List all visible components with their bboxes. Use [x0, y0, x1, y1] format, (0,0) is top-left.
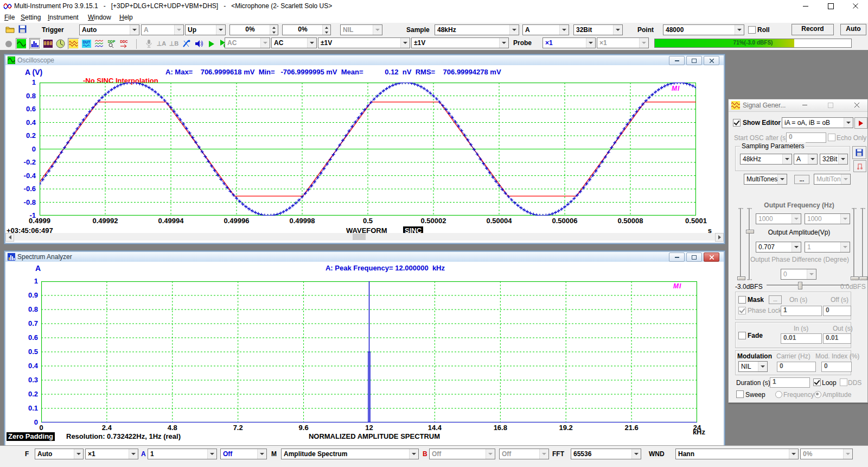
coupling-b-dropdown[interactable]: AC: [271, 37, 317, 48]
trigger-mode-dropdown[interactable]: Auto: [79, 24, 139, 35]
music-note-icon[interactable]: [853, 160, 866, 172]
device-test-plan-icon[interactable]: DUT: [81, 39, 92, 49]
probe-b-dropdown[interactable]: ×1: [597, 37, 649, 48]
fft-size-dropdown[interactable]: 65536: [571, 449, 641, 459]
restore-icon[interactable]: [686, 253, 702, 262]
save-file-icon[interactable]: [18, 25, 27, 35]
frequency-a-dropdown[interactable]: 1000: [756, 213, 801, 224]
oscilloscope-titlebar[interactable]: Oscilloscope: [5, 55, 724, 66]
spectrum-analyzer-icon[interactable]: [29, 38, 41, 49]
window-function-dropdown[interactable]: Hann: [675, 449, 799, 459]
frequency-axis-dropdown[interactable]: Auto: [35, 449, 84, 459]
dbfs-slider[interactable]: [767, 282, 849, 288]
duration-input[interactable]: 1: [770, 377, 810, 388]
minimize-icon[interactable]: [669, 253, 685, 262]
mod-index-input[interactable]: 0: [821, 362, 852, 372]
frequency-b-dropdown[interactable]: 1000: [805, 213, 850, 224]
range-a-dropdown[interactable]: ±1V: [318, 37, 410, 48]
frequency-slider-b[interactable]: [851, 208, 858, 280]
close-icon[interactable]: [704, 253, 719, 262]
close-icon[interactable]: [851, 100, 862, 110]
record-icon[interactable]: [3, 39, 14, 49]
a-scale-dropdown[interactable]: 1: [148, 449, 217, 459]
phase-lock-checkbox[interactable]: [738, 307, 746, 314]
close-icon[interactable]: [843, 0, 868, 12]
waveform-b-dropdown[interactable]: MultiTones: [814, 174, 851, 185]
amplitude-slider-b[interactable]: [859, 208, 866, 280]
ddc-icon[interactable]: DDC: [119, 39, 129, 49]
scroll-left-icon[interactable]: [5, 233, 14, 242]
signal-generator-icon[interactable]: [68, 38, 79, 49]
spectrum-titlebar[interactable]: Spectrum Analyzer: [5, 252, 724, 262]
a-mode-dropdown[interactable]: Off: [220, 449, 267, 459]
amplitude-a-dropdown[interactable]: 0.707: [756, 242, 801, 253]
auto-button[interactable]: Auto: [840, 24, 866, 35]
minimize-icon[interactable]: [799, 100, 810, 110]
multimeter-icon[interactable]: 888: [43, 39, 53, 49]
sweep-amplitude-radio[interactable]: [814, 391, 821, 398]
sampling-bits-dropdown[interactable]: 32Bit: [573, 24, 623, 35]
sound-device-icon[interactable]: [194, 39, 204, 49]
derived-data-curves-icon[interactable]: [94, 39, 104, 49]
range-b-dropdown[interactable]: ±1V: [411, 37, 509, 48]
trigger-delay-spinner[interactable]: 0%: [282, 24, 331, 35]
maximize-icon[interactable]: [818, 0, 843, 12]
b-scale-dropdown[interactable]: Off: [429, 449, 495, 459]
amplitude-slider-a[interactable]: [746, 208, 753, 280]
trigger-edge-dropdown[interactable]: Up: [185, 24, 226, 35]
menu-help[interactable]: Help: [119, 14, 133, 21]
amplitude-b-dropdown[interactable]: 1: [805, 242, 850, 253]
b-mode-dropdown[interactable]: Off: [499, 449, 549, 459]
restore-icon[interactable]: [686, 56, 702, 65]
ground-b-icon[interactable]: ⊥B: [169, 39, 179, 49]
record-points-dropdown[interactable]: 48000: [663, 24, 744, 35]
analysis-mode-dropdown[interactable]: Amplitude Spectrum: [281, 449, 419, 459]
run-icon[interactable]: [206, 39, 216, 49]
menu-instrument[interactable]: Instrument: [48, 14, 79, 21]
scroll-right-icon[interactable]: [715, 233, 724, 242]
spectrum-plot[interactable]: [41, 281, 697, 422]
start-osc-input[interactable]: 0: [786, 132, 826, 143]
trigger-rejection-dropdown[interactable]: NIL: [340, 24, 382, 35]
signal-generator-titlebar[interactable]: Signal Gener...: [729, 99, 867, 112]
routing-dropdown[interactable]: iA = oA, iB = oB: [782, 117, 853, 128]
sg-sampling-channel-dropdown[interactable]: A: [794, 154, 818, 165]
menu-window[interactable]: Window: [88, 14, 111, 21]
mask-off-input[interactable]: 0: [823, 306, 851, 316]
ddp-viewer-icon[interactable]: DDP: [106, 39, 117, 49]
frequency-multiplier-dropdown[interactable]: ×1: [85, 449, 138, 459]
microphone-icon[interactable]: [144, 39, 154, 49]
menu-setting[interactable]: Setting: [21, 14, 41, 21]
show-editor-checkbox[interactable]: [733, 119, 741, 127]
echo-only-checkbox[interactable]: [828, 134, 835, 141]
zero-padding-badge[interactable]: Zero Padding: [7, 432, 55, 441]
mask-browse-button[interactable]: ...: [769, 295, 782, 304]
close-icon[interactable]: [704, 56, 719, 65]
sampling-rate-dropdown[interactable]: 48kHz: [435, 24, 519, 35]
waveform-a-browse-button[interactable]: ...: [794, 175, 809, 184]
record-button[interactable]: Record: [792, 24, 834, 35]
sweep-frequency-radio[interactable]: [775, 391, 782, 398]
waveform-a-dropdown[interactable]: MultiTones: [744, 174, 787, 185]
carrier-input[interactable]: 0: [777, 362, 816, 372]
loop-checkbox[interactable]: [813, 378, 821, 386]
dds-checkbox[interactable]: [840, 378, 847, 386]
oscilloscope-plot[interactable]: [40, 83, 696, 216]
sg-sampling-rate-dropdown[interactable]: 48kHz: [740, 154, 792, 165]
probe-a-dropdown[interactable]: ×1: [542, 37, 596, 48]
mask-on-input[interactable]: 1: [781, 306, 822, 316]
trigger-source-dropdown[interactable]: A: [141, 24, 184, 35]
menu-file[interactable]: File: [4, 14, 15, 21]
frequency-slider-a[interactable]: [737, 208, 744, 280]
sweep-checkbox[interactable]: [736, 390, 744, 398]
sg-sampling-bits-dropdown[interactable]: 32Bit: [820, 154, 848, 165]
coupling-a-dropdown[interactable]: AC: [225, 37, 270, 48]
trigger-level-spinner[interactable]: 0%: [229, 24, 278, 35]
minimize-icon[interactable]: [669, 56, 685, 65]
overlap-dropdown[interactable]: 0%: [800, 449, 853, 459]
ground-a-icon[interactable]: ⊥A: [156, 39, 167, 49]
modulation-type-dropdown[interactable]: NIL: [738, 361, 768, 372]
dbfs-slider-thumb[interactable]: [798, 282, 802, 289]
probe-calibration-icon[interactable]: [181, 39, 192, 49]
roll-checkbox[interactable]: [748, 26, 756, 34]
